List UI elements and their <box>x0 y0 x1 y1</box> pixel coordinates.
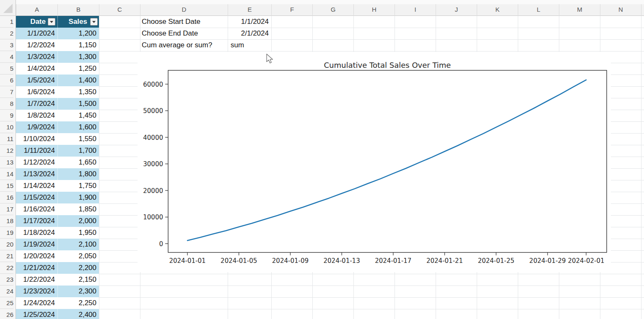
cell-date-row26[interactable]: 1/25/2024 <box>16 309 57 319</box>
cell-sales-row18[interactable]: 2,000 <box>57 215 99 227</box>
row-header-20[interactable]: 20 <box>0 239 13 250</box>
row-header-15[interactable]: 15 <box>0 180 13 192</box>
cell-date-row20[interactable]: 1/19/2024 <box>16 239 57 250</box>
row-header-13[interactable]: 13 <box>0 157 13 168</box>
cell-date-row23[interactable]: 1/22/2024 <box>16 274 57 286</box>
cell-date-row8[interactable]: 1/7/2024 <box>16 98 57 110</box>
row-header-1[interactable]: 1 <box>0 16 13 28</box>
cell-sales-row6[interactable]: 1,400 <box>57 75 99 86</box>
cell-sales-row16[interactable]: 1,900 <box>57 192 99 203</box>
cell-date-row3[interactable]: 1/2/2024 <box>16 39 57 51</box>
row-header-18[interactable]: 18 <box>0 215 13 227</box>
column-header-M[interactable]: M <box>559 4 600 16</box>
row-header-17[interactable]: 17 <box>0 203 13 215</box>
column-header-N[interactable]: N <box>600 4 641 16</box>
row-header-9[interactable]: 9 <box>0 110 13 121</box>
cell-date-row13[interactable]: 1/12/2024 <box>16 157 57 168</box>
cell-date-row24[interactable]: 1/23/2024 <box>16 286 57 297</box>
cell-sales-row7[interactable]: 1,350 <box>57 86 99 98</box>
cell-sales-row10[interactable]: 1,600 <box>57 121 99 133</box>
label-choose-start-date[interactable]: Choose Start Date <box>140 16 227 28</box>
column-header-G[interactable]: G <box>312 4 353 16</box>
row-header-21[interactable]: 21 <box>0 250 13 262</box>
cell-sales-row5[interactable]: 1,250 <box>57 63 99 75</box>
cell-sales-row25[interactable]: 2,250 <box>57 297 99 309</box>
cell-date-row19[interactable]: 1/18/2024 <box>16 227 57 239</box>
filter-button-date[interactable] <box>48 18 55 26</box>
cell-sales-row3[interactable]: 1,150 <box>57 39 99 51</box>
select-all-corner[interactable] <box>0 0 16 16</box>
column-header-C[interactable]: C <box>99 4 140 16</box>
row-header-5[interactable]: 5 <box>0 63 13 75</box>
cell-sales-row23[interactable]: 2,150 <box>57 274 99 286</box>
cell-sales-row2[interactable]: 1,200 <box>57 28 99 39</box>
cell-date-row5[interactable]: 1/4/2024 <box>16 63 57 75</box>
column-header-F[interactable]: F <box>271 4 312 16</box>
cell-sales-row8[interactable]: 1,500 <box>57 98 99 110</box>
cell-date-row15[interactable]: 1/14/2024 <box>16 180 57 192</box>
cell-sales-row14[interactable]: 1,800 <box>57 168 99 180</box>
row-header-3[interactable]: 3 <box>0 39 13 51</box>
cell-sales-row4[interactable]: 1,300 <box>57 51 99 63</box>
row-header-8[interactable]: 8 <box>0 98 13 110</box>
cell-sales-row26[interactable]: 2,400 <box>57 309 99 319</box>
column-header-J[interactable]: J <box>436 4 477 16</box>
column-header-L[interactable]: L <box>518 4 559 16</box>
filter-button-sales[interactable] <box>90 18 98 26</box>
column-header-partial[interactable] <box>641 4 644 16</box>
cell-sales-row12[interactable]: 1,700 <box>57 145 99 157</box>
row-header-22[interactable]: 22 <box>0 262 13 274</box>
row-header-19[interactable]: 19 <box>0 227 13 239</box>
cell-date-row16[interactable]: 1/15/2024 <box>16 192 57 203</box>
cell-sales-row22[interactable]: 2,200 <box>57 262 99 274</box>
cell-sales-row24[interactable]: 2,300 <box>57 286 99 297</box>
input-end-date[interactable]: 2/1/2024 <box>228 28 270 39</box>
cell-date-row17[interactable]: 1/16/2024 <box>16 203 57 215</box>
row-header-7[interactable]: 7 <box>0 86 13 98</box>
row-header-10[interactable]: 10 <box>0 121 13 133</box>
row-header-6[interactable]: 6 <box>0 75 13 86</box>
row-header-2[interactable]: 2 <box>0 28 13 39</box>
cell-date-row11[interactable]: 1/10/2024 <box>16 133 57 145</box>
cell-sales-row17[interactable]: 1,850 <box>57 203 99 215</box>
cell-sales-row15[interactable]: 1,750 <box>57 180 99 192</box>
cell-date-row10[interactable]: 1/9/2024 <box>16 121 57 133</box>
cell-date-row6[interactable]: 1/5/2024 <box>16 75 57 86</box>
column-header-B[interactable]: B <box>57 4 99 16</box>
cell-date-row9[interactable]: 1/8/2024 <box>16 110 57 121</box>
column-header-A[interactable]: A <box>16 4 57 16</box>
cell-sales-row19[interactable]: 1,950 <box>57 227 99 239</box>
input-agg-mode[interactable]: sum <box>228 39 270 51</box>
cell-date-row4[interactable]: 1/3/2024 <box>16 51 57 63</box>
row-header-14[interactable]: 14 <box>0 168 13 180</box>
column-header-I[interactable]: I <box>395 4 436 16</box>
cell-sales-row20[interactable]: 2,100 <box>57 239 99 250</box>
cell-sales-row11[interactable]: 1,550 <box>57 133 99 145</box>
column-header-H[interactable]: H <box>353 4 395 16</box>
cell-date-row7[interactable]: 1/6/2024 <box>16 86 57 98</box>
row-header-4[interactable]: 4 <box>0 51 13 63</box>
cell-date-row22[interactable]: 1/21/2024 <box>16 262 57 274</box>
label-cum-average-or-sum[interactable]: Cum average or sum? <box>140 39 227 51</box>
cell-sales-row9[interactable]: 1,450 <box>57 110 99 121</box>
cell-date-row12[interactable]: 1/11/2024 <box>16 145 57 157</box>
row-header-16[interactable]: 16 <box>0 192 13 203</box>
column-header-K[interactable]: K <box>477 4 518 16</box>
chart-canvas[interactable]: Cumulative Total Sales Over Time01000020… <box>138 52 611 272</box>
column-header-D[interactable]: D <box>140 4 228 16</box>
input-start-date[interactable]: 1/1/2024 <box>228 16 270 28</box>
cell-date-row2[interactable]: 1/1/2024 <box>16 28 57 39</box>
cell-sales-row13[interactable]: 1,650 <box>57 157 99 168</box>
cell-date-row18[interactable]: 1/17/2024 <box>16 215 57 227</box>
row-header-11[interactable]: 11 <box>0 133 13 145</box>
row-header-12[interactable]: 12 <box>0 145 13 157</box>
row-header-24[interactable]: 24 <box>0 286 13 297</box>
row-header-26[interactable]: 26 <box>0 309 13 319</box>
column-header-E[interactable]: E <box>228 4 271 16</box>
cell-sales-row21[interactable]: 2,050 <box>57 250 99 262</box>
cell-date-row21[interactable]: 1/20/2024 <box>16 250 57 262</box>
cell-date-row14[interactable]: 1/13/2024 <box>16 168 57 180</box>
row-header-25[interactable]: 25 <box>0 297 13 309</box>
row-header-23[interactable]: 23 <box>0 274 13 286</box>
cell-date-row25[interactable]: 1/24/2024 <box>16 297 57 309</box>
